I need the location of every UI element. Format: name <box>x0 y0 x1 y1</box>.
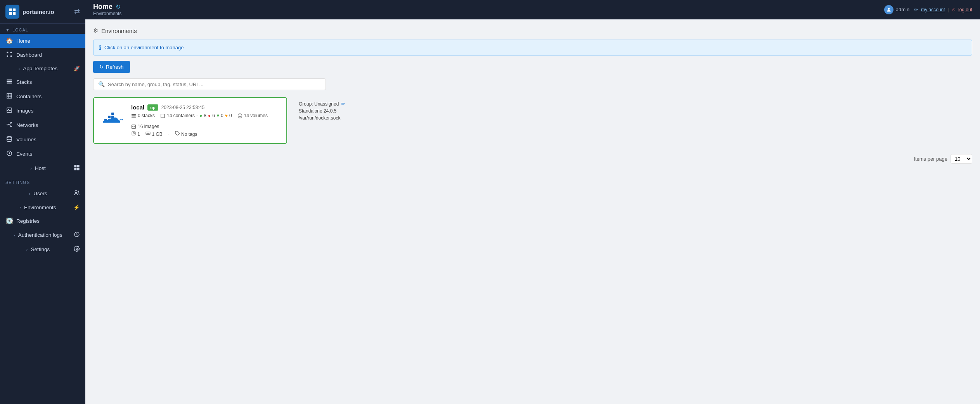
socket-label: /var/run/docker.sock <box>299 115 340 121</box>
topbar: Home ↻ Environments admin ✏ my account |… <box>85 0 980 19</box>
page-subtitle: Environments <box>93 11 121 16</box>
healthy-icon: ♥ <box>216 113 219 118</box>
stacks-icon <box>5 78 13 86</box>
refresh-btn-icon: ↻ <box>99 64 104 70</box>
unhealthy-dot: ♥ <box>225 113 228 118</box>
svg-point-16 <box>9 124 10 125</box>
events-icon <box>5 150 13 158</box>
svg-point-5 <box>10 52 12 53</box>
ram-stat: 1 GB <box>145 131 163 137</box>
sidebar-item-users[interactable]: › Users <box>0 186 85 201</box>
svg-rect-9 <box>7 81 12 82</box>
my-account-link[interactable]: my account <box>921 7 945 12</box>
unhealthy-count: 0 <box>229 113 232 118</box>
stopped-dot: ● <box>208 113 211 118</box>
edit-group-icon[interactable]: ✏ <box>341 101 345 107</box>
sidebar-item-home[interactable]: 🏠 Home <box>0 34 85 48</box>
user-name: admin <box>896 7 909 12</box>
svg-rect-25 <box>77 168 80 170</box>
dashboard-icon <box>5 51 13 59</box>
users-chevron-icon: › <box>29 191 31 196</box>
svg-rect-22 <box>74 165 76 167</box>
svg-point-4 <box>7 52 8 53</box>
sidebar-item-environments[interactable]: › Environments ⚡ <box>0 201 85 214</box>
stopped-count: 6 <box>212 113 215 118</box>
menu-icon[interactable]: ⇄ <box>74 7 80 16</box>
tags-stat: No tags <box>175 131 197 137</box>
account-link-icon: ✏ <box>914 7 918 12</box>
registries-icon: 💽 <box>5 217 13 224</box>
sidebar-item-images[interactable]: Images <box>0 104 85 118</box>
home-icon: 🏠 <box>5 37 13 44</box>
healthy-count: 0 <box>221 113 223 118</box>
standalone-label: Standalone 24.0.5 <box>299 108 336 114</box>
items-per-page-select[interactable]: 10 25 50 100 <box>951 154 972 164</box>
sidebar-item-networks[interactable]: Networks <box>0 118 85 132</box>
env-status-badge: up <box>147 104 158 111</box>
svg-point-7 <box>10 55 12 57</box>
sidebar-item-volumes[interactable]: Volumes <box>0 132 85 147</box>
networks-icon <box>5 121 13 129</box>
svg-rect-40 <box>132 116 136 117</box>
pipe-separator: | <box>948 7 949 12</box>
topbar-links: ✏ my account | ⎋ log out <box>914 7 972 12</box>
running-count: 8 <box>204 113 206 118</box>
images-icon <box>5 107 13 114</box>
containers-stat: 14 containers - ● 8 ● 6 ♥ 0 ♥ 0 <box>160 113 232 118</box>
env-card-body: local up 2023-08-25 23:58:45 0 stacks 14… <box>131 104 279 137</box>
environment-card[interactable]: local up 2023-08-25 23:58:45 0 stacks 14… <box>93 97 287 144</box>
page-title: Home <box>93 3 113 11</box>
chevron-icon: › <box>19 66 20 71</box>
main-content: Home ↻ Environments admin ✏ my account |… <box>85 0 980 404</box>
svg-rect-10 <box>7 83 12 84</box>
volumes-stat: 14 volumes <box>237 113 268 118</box>
sidebar-item-dashboard[interactable]: Dashboard <box>0 48 85 62</box>
svg-rect-34 <box>108 116 111 118</box>
refresh-button[interactable]: ↻ Refresh <box>93 61 130 73</box>
sidebar-logo: portainer.io ⇄ <box>0 0 85 24</box>
group-label: Group: Unassigned <box>299 101 339 107</box>
sidebar-item-registries[interactable]: 💽 Registries <box>0 214 85 228</box>
section-header: ⚙ Environments <box>93 27 972 34</box>
cpu-stat: 1 <box>131 131 140 137</box>
search-input[interactable] <box>108 81 321 87</box>
app-title: portainer.io <box>23 9 54 15</box>
sidebar: portainer.io ⇄ ▼ LOCAL 🏠 Home Dashboard … <box>0 0 85 404</box>
env-meta: 1 1 GB - No tags <box>131 131 279 137</box>
svg-point-6 <box>7 55 8 57</box>
sidebar-item-settings[interactable]: › Settings <box>0 242 85 257</box>
svg-point-26 <box>75 191 77 192</box>
sidebar-item-events[interactable]: Events <box>0 147 85 161</box>
svg-point-42 <box>238 114 242 115</box>
svg-line-19 <box>10 125 10 127</box>
svg-point-14 <box>10 122 12 123</box>
standalone-row: Standalone 24.0.5 <box>299 108 345 114</box>
sidebar-item-auth-logs[interactable]: › Authentication logs <box>0 228 85 242</box>
env-stats: 0 stacks 14 containers - ● 8 ● 6 ♥ 0 <box>131 113 279 129</box>
portainer-logo-icon <box>5 5 19 19</box>
environments-icon: ⚡ <box>73 204 80 210</box>
svg-rect-8 <box>7 80 12 81</box>
sidebar-item-stacks[interactable]: Stacks <box>0 75 85 89</box>
sidebar-item-app-templates[interactable]: › App Templates 🚀 <box>0 62 85 75</box>
log-out-link[interactable]: log out <box>958 7 972 12</box>
docker-logo <box>102 111 125 130</box>
svg-point-29 <box>888 8 890 10</box>
topbar-refresh-icon[interactable]: ↻ <box>116 3 121 10</box>
logout-icon: ⎋ <box>952 7 955 12</box>
volumes-icon <box>5 136 13 143</box>
images-stat: 16 images <box>131 124 159 129</box>
svg-point-12 <box>8 109 9 110</box>
env-name: local <box>131 104 144 111</box>
socket-row: /var/run/docker.sock <box>299 115 345 121</box>
sidebar-item-host[interactable]: › Host <box>0 161 85 175</box>
section-title: Environments <box>101 28 137 34</box>
items-per-page-label: Items per page <box>914 156 947 162</box>
sidebar-item-containers[interactable]: Containers <box>0 89 85 104</box>
containers-icon <box>5 93 13 100</box>
svg-point-28 <box>76 248 78 250</box>
user-info: admin <box>884 5 909 14</box>
svg-rect-36 <box>111 113 114 115</box>
svg-point-20 <box>7 136 12 138</box>
host-chevron-icon: › <box>30 166 32 171</box>
